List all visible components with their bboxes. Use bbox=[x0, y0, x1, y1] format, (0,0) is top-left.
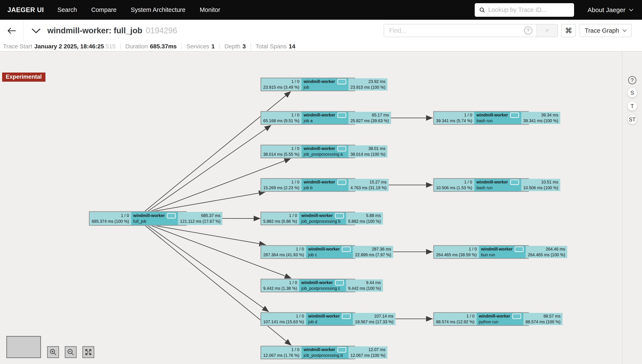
span-node-bash_run_b[interactable]: 1 / 0 10.506 ms (1.53 %) windmill-worker… bbox=[434, 178, 529, 192]
span-total-duration: 264.46 ms bbox=[528, 246, 565, 252]
span-operation-name: job_postprocessing b bbox=[301, 218, 344, 224]
edge-full_job-to-job_a bbox=[148, 125, 271, 211]
trace-summary-bar: Trace Start January 2 2025, 18:46:25.515… bbox=[0, 42, 642, 52]
zoom-in-button[interactable] bbox=[47, 346, 59, 358]
search-icon bbox=[479, 7, 485, 13]
span-operation-name: job d bbox=[308, 319, 351, 325]
span-node-jpp_d[interactable]: 1 / 0 12.067 ms (1.76 %) windmill-worker… bbox=[261, 346, 355, 359]
span-service-name: windmill-worker bbox=[481, 246, 512, 252]
span-total-duration: 107.14 ms bbox=[355, 313, 393, 319]
span-service-name: windmill-worker bbox=[301, 280, 333, 286]
span-overall-time: 10.506 ms (1.53 %) bbox=[436, 185, 472, 191]
trace-header-bar: windmill-worker: full_job 0194296 Find..… bbox=[0, 20, 642, 42]
span-total-duration: 15.27 ms bbox=[351, 179, 387, 185]
span-overall-time: 65.168 ms (9.51 %) bbox=[263, 118, 299, 124]
span-service-name: windmill-worker bbox=[303, 179, 335, 185]
span-node-bash_run_a[interactable]: 1 / 0 39.341 ms (5.74 %) windmill-worker… bbox=[434, 111, 529, 124]
span-operation-name: job a bbox=[303, 118, 346, 124]
trace-graph-canvas[interactable]: Experimental 1 / 0 685.374 ms (100 %) wi… bbox=[0, 52, 642, 364]
service-color-swatch bbox=[342, 246, 351, 252]
collapse-trace-toggle[interactable] bbox=[31, 28, 41, 34]
span-service-name: windmill-worker bbox=[301, 213, 333, 218]
span-self-time: 25.827 ms (39.63 %) bbox=[351, 118, 389, 124]
total-spans-label: Total Spans bbox=[256, 43, 287, 50]
span-operation-name: bun run bbox=[481, 252, 524, 258]
span-count: 1 / 0 bbox=[436, 246, 477, 252]
span-overall-time: 38.014 ms (5.55 %) bbox=[263, 152, 299, 157]
chevron-down-icon bbox=[31, 28, 41, 34]
zoom-out-button[interactable] bbox=[65, 346, 77, 358]
clear-find-button[interactable]: × bbox=[536, 24, 557, 37]
span-total-duration: 38.01 ms bbox=[351, 146, 386, 152]
span-node-python_run[interactable]: 1 / 0 88.574 ms (12.92 %) windmill-worke… bbox=[434, 312, 529, 326]
span-count: 1 / 0 bbox=[263, 112, 299, 118]
span-overall-time: 264.465 ms (38.59 %) bbox=[436, 252, 477, 258]
nav-item-system-architecture[interactable]: System Architecture bbox=[131, 6, 186, 13]
span-count: 1 / 0 bbox=[263, 246, 304, 252]
fit-view-button[interactable] bbox=[82, 346, 94, 358]
span-node-bun_run[interactable]: 1 / 0 264.465 ms (38.59 %) windmill-work… bbox=[434, 246, 529, 258]
span-self-time: 18.567 ms (17.33 %) bbox=[355, 319, 393, 325]
span-service-name: windmill-worker bbox=[308, 246, 340, 252]
span-operation-name: job bbox=[303, 84, 346, 90]
span-count: 1 / 0 bbox=[92, 213, 129, 218]
span-total-duration: 12.07 ms bbox=[351, 347, 386, 352]
span-total-duration: 10.51 ms bbox=[523, 179, 558, 185]
services-label: Services bbox=[186, 43, 209, 50]
trace-lookup-input[interactable]: Lookup by Trace ID... bbox=[475, 3, 574, 17]
jaeger-logo[interactable]: JAEGER UI bbox=[8, 6, 44, 14]
span-operation-name: job b bbox=[303, 185, 346, 191]
graph-side-toolbar: ? S T ST bbox=[622, 52, 642, 364]
graph-minimap[interactable] bbox=[6, 336, 41, 358]
top-nav-bar: JAEGER UI Search Compare System Architec… bbox=[0, 0, 642, 20]
span-node-jpp_a[interactable]: 1 / 0 38.014 ms (5.55 %) windmill-worker… bbox=[261, 145, 355, 158]
span-total-duration: 65.17 ms bbox=[351, 112, 389, 118]
find-input[interactable]: Find... bbox=[384, 24, 520, 37]
span-overall-time: 107.141 ms (15.63 %) bbox=[263, 319, 304, 325]
span-count: 1 / 0 bbox=[436, 313, 474, 319]
nav-item-search[interactable]: Search bbox=[58, 6, 77, 13]
trace-view-selector[interactable]: Trace Graph bbox=[580, 24, 632, 37]
trace-id: 0194296 bbox=[146, 26, 177, 35]
expand-icon bbox=[85, 348, 92, 356]
keyboard-shortcuts-button[interactable]: ⌘ bbox=[561, 24, 576, 37]
span-operation-name: bash run bbox=[476, 185, 519, 191]
span-node-full_job[interactable]: 1 / 0 685.374 ms (100 %) windmill-worker… bbox=[89, 212, 186, 226]
back-arrow-icon bbox=[7, 27, 16, 34]
span-service-name: windmill-worker bbox=[476, 179, 508, 185]
trace-start-label: Trace Start bbox=[3, 43, 32, 50]
span-operation-name: job_postprocessing c bbox=[301, 286, 344, 291]
nav-item-monitor[interactable]: Monitor bbox=[200, 6, 220, 13]
span-service-name: windmill-worker bbox=[303, 146, 335, 152]
span-service-name: windmill-worker bbox=[133, 213, 165, 218]
about-jaeger-menu[interactable]: About Jaeger bbox=[588, 6, 633, 14]
span-node-jpp_c[interactable]: 1 / 0 9.442 ms (1.38 %) windmill-worker … bbox=[261, 279, 355, 292]
span-self-time: 121.112 ms (17.67 %) bbox=[180, 218, 220, 224]
service-color-swatch bbox=[337, 146, 346, 152]
find-help-button[interactable]: ? bbox=[520, 24, 536, 37]
help-button[interactable]: ? bbox=[628, 76, 636, 84]
toggle-selftime-button[interactable]: ST bbox=[627, 114, 637, 124]
span-self-time: 9.442 ms (100 %) bbox=[348, 286, 381, 291]
back-button[interactable] bbox=[0, 20, 24, 42]
close-icon: × bbox=[545, 27, 549, 34]
span-node-jpp_b[interactable]: 1 / 0 5.882 ms (0.86 %) windmill-worker … bbox=[261, 212, 355, 225]
span-node-job_c[interactable]: 1 / 0 287.364 ms (41.93 %) windmill-work… bbox=[261, 246, 355, 258]
service-color-swatch bbox=[335, 213, 344, 218]
nav-item-compare[interactable]: Compare bbox=[91, 6, 117, 13]
span-overall-time: 5.882 ms (0.86 %) bbox=[263, 218, 297, 224]
toggle-time-button[interactable]: T bbox=[627, 101, 637, 111]
span-count: 1 / 0 bbox=[436, 112, 472, 118]
span-node-job[interactable]: 1 / 0 23.915 ms (3.49 %) windmill-worker… bbox=[261, 78, 355, 91]
span-count: 1 / 0 bbox=[436, 179, 472, 185]
span-overall-time: 287.364 ms (41.93 %) bbox=[263, 252, 304, 258]
span-overall-time: 9.442 ms (1.38 %) bbox=[263, 286, 297, 291]
duration-label: Duration bbox=[125, 43, 148, 50]
span-node-job_a[interactable]: 1 / 0 65.168 ms (9.51 %) windmill-worker… bbox=[261, 111, 355, 124]
service-color-swatch bbox=[337, 180, 346, 185]
span-node-job_d[interactable]: 1 / 0 107.141 ms (15.63 %) windmill-work… bbox=[261, 312, 355, 326]
services-value: 1 bbox=[211, 43, 215, 50]
toggle-service-button[interactable]: S bbox=[627, 88, 637, 98]
span-node-job_b[interactable]: 1 / 0 15.269 ms (2.23 %) windmill-worker… bbox=[261, 178, 355, 192]
span-count: 1 / 0 bbox=[263, 280, 297, 286]
